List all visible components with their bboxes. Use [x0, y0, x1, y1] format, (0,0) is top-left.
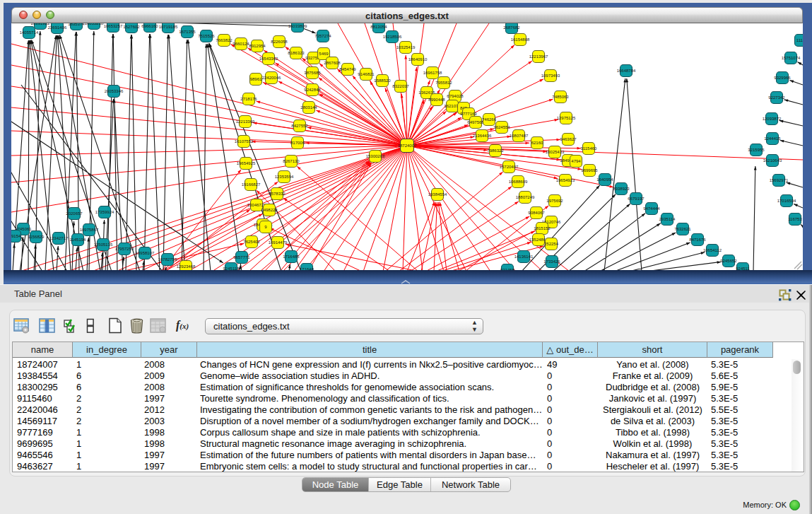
svg-text:6966160: 6966160 — [141, 24, 158, 28]
svg-text:9463627: 9463627 — [560, 137, 577, 141]
svg-text:19218506: 19218506 — [383, 35, 402, 39]
svg-text:1733426: 1733426 — [543, 259, 560, 264]
svg-text:2867608: 2867608 — [324, 61, 341, 65]
svg-text:8471676: 8471676 — [689, 238, 706, 242]
svg-text:15720407: 15720407 — [500, 165, 519, 169]
svg-text:10958107: 10958107 — [136, 251, 155, 255]
svg-text:7625402: 7625402 — [243, 240, 260, 244]
svg-text:16648784: 16648784 — [617, 69, 636, 73]
svg-text:7632621: 7632621 — [674, 227, 691, 231]
svg-text:17957253: 17957253 — [115, 247, 134, 251]
svg-text:19654925: 19654925 — [237, 161, 256, 165]
svg-text:1145194: 1145194 — [70, 238, 87, 242]
svg-text:8186323: 8186323 — [288, 51, 305, 55]
svg-text:817006: 817006 — [290, 141, 305, 145]
svg-text:10719185: 10719185 — [159, 25, 178, 29]
svg-text:1815152: 1815152 — [534, 226, 551, 230]
svg-text:8226058: 8226058 — [271, 40, 288, 44]
svg-text:8813054: 8813054 — [370, 25, 387, 29]
svg-text:18640910: 18640910 — [408, 57, 428, 62]
svg-text:19654923: 19654923 — [556, 178, 575, 182]
svg-text:10325419: 10325419 — [396, 45, 416, 49]
svg-text:62160: 62160 — [531, 141, 543, 145]
svg-text:18807249: 18807249 — [516, 195, 535, 199]
svg-text:1498222: 1498222 — [261, 208, 278, 212]
svg-text:9245652: 9245652 — [720, 259, 737, 263]
svg-text:252254: 252254 — [544, 242, 559, 246]
svg-text:16107552: 16107552 — [235, 139, 254, 144]
svg-text:116753: 116753 — [788, 217, 802, 221]
svg-text:1588520: 1588520 — [374, 78, 391, 83]
svg-text:6679197: 6679197 — [628, 197, 645, 201]
svg-text:22691406: 22691406 — [48, 25, 67, 30]
svg-text:8322037: 8322037 — [392, 84, 409, 88]
svg-text:1640954: 1640954 — [596, 177, 613, 182]
svg-text:14136141: 14136141 — [514, 255, 534, 259]
svg-text:1975692: 1975692 — [546, 199, 563, 203]
svg-text:746266: 746266 — [482, 117, 497, 122]
svg-text:3875685: 3875685 — [304, 71, 321, 75]
svg-text:9699695: 9699695 — [581, 168, 598, 173]
svg-text:5469: 5469 — [319, 52, 329, 56]
svg-text:9242848: 9242848 — [304, 88, 321, 92]
svg-text:9777169: 9777169 — [460, 112, 477, 116]
svg-text:171648: 171648 — [300, 267, 314, 270]
svg-text:15751074: 15751074 — [782, 56, 801, 60]
svg-text:16782759: 16782759 — [158, 257, 177, 262]
svg-text:12923468: 12923468 — [177, 264, 196, 269]
svg-text:1835374: 1835374 — [68, 23, 85, 26]
svg-text:12505135: 12505135 — [94, 243, 113, 247]
svg-text:12353594: 12353594 — [275, 175, 294, 179]
svg-text:2803144: 2803144 — [300, 105, 317, 110]
svg-text:8427552: 8427552 — [291, 124, 308, 128]
svg-text:924511: 924511 — [736, 267, 750, 270]
svg-text:7515526: 7515526 — [198, 34, 215, 38]
svg-text:10025433: 10025433 — [546, 150, 565, 154]
svg-text:10653257: 10653257 — [104, 24, 123, 28]
svg-text:3624554: 3624554 — [493, 125, 510, 129]
svg-text:7485063: 7485063 — [552, 95, 569, 99]
svg-text:98961: 98961 — [250, 77, 262, 81]
svg-text:16154808: 16154808 — [511, 37, 530, 42]
svg-text:921455: 921455 — [500, 268, 515, 270]
svg-text:1112: 1112 — [796, 38, 803, 42]
svg-text:12213967: 12213967 — [529, 54, 548, 59]
svg-text:8990448: 8990448 — [428, 98, 445, 102]
svg-text:20053346: 20053346 — [105, 89, 124, 93]
svg-text:7955812: 7955812 — [435, 81, 452, 85]
svg-text:10807487: 10807487 — [510, 134, 529, 138]
svg-text:3215955: 3215955 — [748, 148, 765, 152]
svg-text:15300203: 15300203 — [366, 154, 385, 158]
svg-text:9227342: 9227342 — [768, 95, 785, 100]
svg-text:10654112: 10654112 — [703, 248, 722, 252]
svg-text:16543362: 16543362 — [259, 57, 278, 61]
svg-text:16055218: 16055218 — [85, 23, 104, 25]
svg-text:1527602: 1527602 — [123, 25, 140, 29]
svg-text:6794028: 6794028 — [447, 94, 464, 98]
svg-text:12213369: 12213369 — [236, 119, 255, 124]
svg-text:7663822: 7663822 — [216, 38, 233, 42]
svg-text:2718176: 2718176 — [240, 97, 257, 101]
svg-text:8454749: 8454749 — [339, 67, 356, 71]
svg-text:2935114: 2935114 — [659, 217, 676, 221]
svg-text:19384554: 19384554 — [428, 192, 447, 197]
svg-text:18724007: 18724007 — [398, 144, 417, 148]
svg-text:12975125: 12975125 — [557, 116, 576, 120]
svg-text:7986322: 7986322 — [487, 148, 504, 153]
svg-text:8578332: 8578332 — [269, 192, 286, 196]
svg-text:8912954: 8912954 — [249, 44, 266, 48]
svg-text:8938923: 8938923 — [613, 187, 630, 191]
svg-text:19166827: 19166827 — [242, 182, 261, 187]
svg-text:9084067: 9084067 — [528, 211, 545, 215]
svg-text:10688609: 10688609 — [509, 180, 528, 184]
svg-text:12342717: 12342717 — [49, 236, 69, 240]
svg-text:10973493: 10973493 — [541, 74, 560, 78]
svg-text:14055714: 14055714 — [20, 30, 39, 35]
svg-text:8267130: 8267130 — [283, 159, 300, 163]
svg-text:1671355: 1671355 — [179, 30, 196, 34]
svg-text:9115460: 9115460 — [581, 146, 598, 151]
svg-text:4794: 4794 — [571, 159, 581, 163]
svg-text:1244415: 1244415 — [764, 136, 781, 141]
svg-text:9146821: 9146821 — [358, 72, 375, 76]
svg-text:12093872: 12093872 — [763, 117, 782, 121]
